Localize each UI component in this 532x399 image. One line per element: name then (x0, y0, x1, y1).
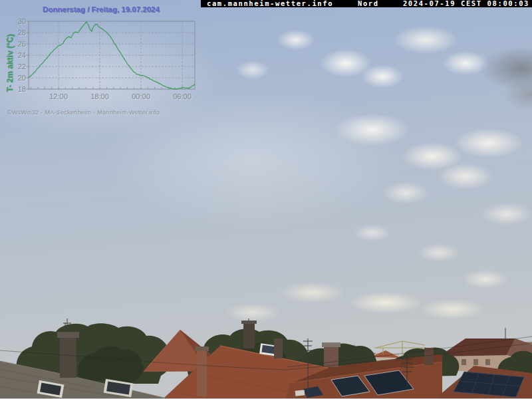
y-tick-30: 30 (7, 17, 26, 25)
temperature-chart: Donnerstag / Freitag, 19.07.2024 T- 2m a… (0, 0, 206, 126)
y-tick-22: 22 (7, 63, 26, 70)
webcam-frame: cam.mannheim-wetter.info Nord 2024-07-19… (0, 0, 532, 399)
x-tick-1800: 18:00 (86, 92, 113, 100)
y-tick-28: 28 (7, 29, 26, 37)
x-tick-1200: 12:00 (45, 92, 72, 100)
status-bar: cam.mannheim-wetter.info Nord 2024-07-19… (201, 0, 532, 7)
chart-watermark: ©WsWin32 - MA-Seckenheim - Mannheim-Wett… (7, 109, 160, 116)
y-tick-26: 26 (7, 40, 26, 48)
x-tick-0000: 00:00 (128, 92, 154, 100)
temperature-plot (0, 0, 206, 126)
chart-title: Donnerstag / Freitag, 19.07.2024 (0, 5, 202, 13)
x-tick-0600: 06:00 (169, 92, 196, 100)
status-timestamp: 2024-07-19 CEST 08:00:03 (403, 0, 529, 7)
y-tick-24: 24 (7, 51, 26, 59)
skyline-rooftops (0, 319, 532, 399)
status-direction: Nord (358, 0, 379, 7)
y-tick-18: 18 (7, 85, 26, 93)
status-site-url: cam.mannheim-wetter.info (207, 0, 333, 7)
y-tick-20: 20 (7, 74, 26, 82)
